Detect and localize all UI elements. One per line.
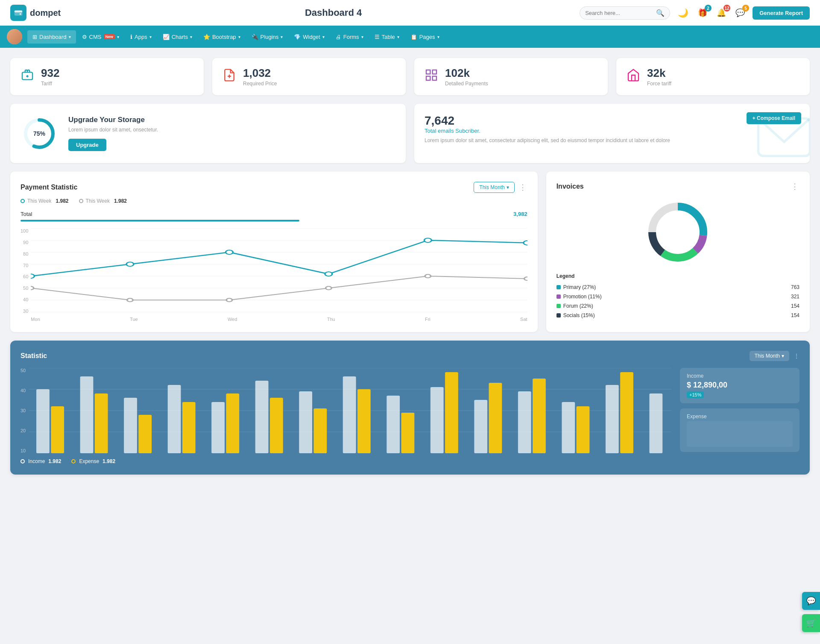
payment-menu-icon[interactable]: ⋮ xyxy=(519,183,527,192)
svg-point-26 xyxy=(325,272,332,276)
svg-point-33 xyxy=(425,274,431,278)
bar-chart-bars: 5040302010 xyxy=(20,368,671,453)
statistic-body: 5040302010 xyxy=(20,368,800,464)
svg-rect-70 xyxy=(606,385,619,453)
stat-filter-arrow-icon: ▾ xyxy=(782,353,784,359)
svg-rect-66 xyxy=(518,391,531,453)
nav-widget-arrow: ▾ xyxy=(322,35,325,39)
svg-point-28 xyxy=(524,241,527,245)
detailed-payments-icon xyxy=(425,68,438,85)
svg-rect-45 xyxy=(51,406,64,453)
total-label: Total xyxy=(20,211,32,217)
invoices-menu-icon[interactable]: ⋮ xyxy=(791,182,800,191)
payment-filter-label: This Month xyxy=(479,184,504,190)
line-chart-container: 10090807060504030 xyxy=(20,228,527,322)
nav-item-plugins-label: Plugins xyxy=(261,34,279,40)
svg-rect-69 xyxy=(577,406,590,453)
stat-legend-income: Income 1.982 xyxy=(20,458,61,464)
nav-item-table[interactable]: ☰ Table ▾ xyxy=(369,30,404,44)
header-right: 🔍 🌙 🎁 2 🔔 12 💬 5 Generate Report xyxy=(580,6,810,20)
required-price-icon xyxy=(223,68,236,85)
nav-plugins-arrow: ▾ xyxy=(281,35,283,39)
stat-card-required-price: 1,032 Required Price xyxy=(212,58,406,95)
generate-report-button[interactable]: Generate Report xyxy=(753,6,810,20)
payment-filter-button[interactable]: This Month ▾ xyxy=(474,182,514,193)
svg-point-24 xyxy=(126,262,134,266)
svg-point-27 xyxy=(425,238,432,242)
nav-items: ⊞ Dashboard ▾ ⚙ CMS New ▾ ℹ Apps ▾ 📈 Cha… xyxy=(27,30,445,44)
svg-point-30 xyxy=(127,298,133,302)
nav-table-arrow: ▾ xyxy=(397,35,399,39)
bell-badge: 12 xyxy=(723,5,730,12)
stat-card-force-tariff: 32k Force tariff xyxy=(616,58,810,95)
email-count: 7,642 xyxy=(425,114,800,128)
payment-header: Payment Statistic This Month ▾ ⋮ xyxy=(20,182,527,193)
payment-card: Payment Statistic This Month ▾ ⋮ This We… xyxy=(10,172,538,332)
force-tariff-label: Force tariff xyxy=(647,81,671,87)
storage-donut: 75% xyxy=(22,117,56,151)
upgrade-button[interactable]: Upgrade xyxy=(68,139,106,151)
nav-item-dashboard[interactable]: ⊞ Dashboard ▾ xyxy=(27,30,76,44)
legend-row-socials: Socials (15%) 154 xyxy=(556,311,800,320)
dark-mode-icon[interactable]: 🌙 xyxy=(676,6,690,20)
nav-charts-arrow: ▾ xyxy=(190,35,192,39)
storage-info: Upgrade Your Storage Lorem ipsum dolor s… xyxy=(68,116,158,151)
svg-rect-55 xyxy=(270,398,283,453)
nav-dashboard-arrow: ▾ xyxy=(69,35,71,39)
nav-item-cms[interactable]: ⚙ CMS New ▾ xyxy=(77,30,124,44)
nav-item-pages[interactable]: 📋 Pages ▾ xyxy=(405,30,445,44)
chat-icon[interactable]: 💬 5 xyxy=(734,6,747,19)
force-tariff-icon xyxy=(627,68,640,85)
income-box-label: Income xyxy=(687,373,793,379)
income-box-value: $ 12,890,00 xyxy=(687,381,793,390)
invoices-card: Invoices ⋮ Leg xyxy=(546,172,810,332)
storage-percent: 75% xyxy=(33,130,45,137)
svg-rect-63 xyxy=(445,372,458,453)
income-change-badge: +15% xyxy=(687,391,704,398)
storage-title: Upgrade Your Storage xyxy=(68,116,158,124)
svg-rect-1 xyxy=(15,11,22,13)
required-price-value: 1,032 xyxy=(243,67,277,80)
svg-rect-64 xyxy=(474,400,488,453)
nav-item-widget[interactable]: 💎 Widget ▾ xyxy=(289,30,329,44)
search-icon: 🔍 xyxy=(656,9,665,17)
income-legend-value: 1.982 xyxy=(48,458,61,464)
nav-item-bootstrap[interactable]: ⭐ Bootstrap ▾ xyxy=(198,30,246,44)
svg-point-2 xyxy=(20,13,21,15)
invoices-donut-wrap xyxy=(556,198,800,266)
legend-item-this-week-2: This Week 1.982 xyxy=(79,198,127,204)
statistic-filter-button[interactable]: This Month ▾ xyxy=(750,351,789,361)
bell-icon[interactable]: 🔔 12 xyxy=(715,6,728,19)
chart-row: Payment Statistic This Month ▾ ⋮ This We… xyxy=(10,172,810,332)
nav-item-forms[interactable]: 🖨 Forms ▾ xyxy=(331,30,369,44)
chart-x-labels: MonTueWedThuFriSat xyxy=(31,317,527,322)
nav-item-apps[interactable]: ℹ Apps ▾ xyxy=(125,30,157,44)
svg-rect-9 xyxy=(433,70,436,74)
second-row: 75% Upgrade Your Storage Lorem ipsum dol… xyxy=(10,104,810,163)
nav-item-charts[interactable]: 📈 Charts ▾ xyxy=(158,30,197,44)
search-box[interactable]: 🔍 xyxy=(580,6,670,20)
svg-rect-58 xyxy=(343,376,356,453)
detailed-payments-label: Detalled Payments xyxy=(445,81,488,87)
nav-item-plugins[interactable]: 🔌 Plugins ▾ xyxy=(246,30,288,44)
svg-rect-61 xyxy=(401,413,415,453)
logo-icon xyxy=(10,5,26,21)
svg-rect-10 xyxy=(426,76,430,80)
svg-point-34 xyxy=(524,277,527,280)
chat-badge: 5 xyxy=(742,5,749,12)
payment-title: Payment Statistic xyxy=(20,184,77,191)
svg-rect-50 xyxy=(168,385,181,453)
logo-area: dompet xyxy=(10,5,87,21)
gift-icon[interactable]: 🎁 2 xyxy=(696,6,709,19)
svg-rect-59 xyxy=(357,389,371,453)
nav-item-bootstrap-label: Bootstrap xyxy=(212,34,236,40)
nav-bootstrap-arrow: ▾ xyxy=(238,35,240,39)
statistic-menu-icon[interactable]: ⋮ xyxy=(794,353,800,359)
search-input[interactable] xyxy=(585,10,653,16)
tariff-value: 932 xyxy=(41,67,59,80)
svg-rect-52 xyxy=(211,402,225,453)
payment-legend: This Week 1.982 This Week 1.982 xyxy=(20,198,527,204)
expense-box: Expense xyxy=(680,408,800,452)
bar-chart-svg xyxy=(29,368,671,453)
nav-avatar xyxy=(7,29,22,44)
